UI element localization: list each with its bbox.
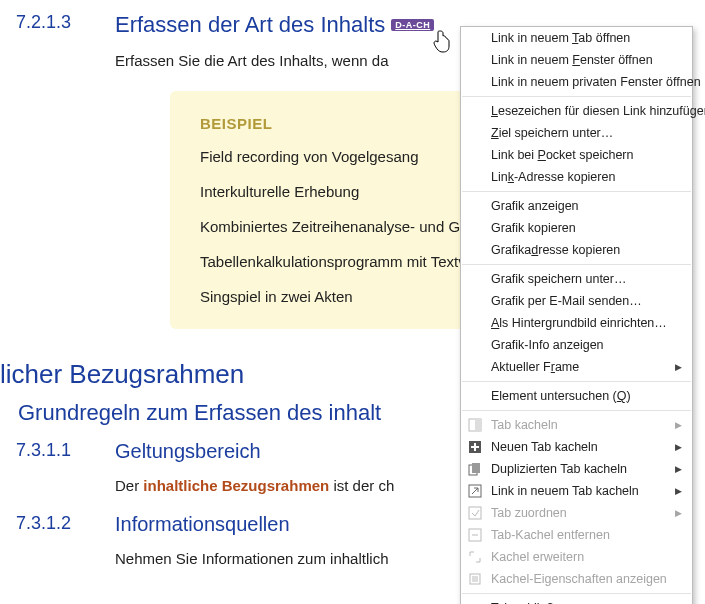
ctx-inspect-element[interactable]: Element untersuchen (Q) (461, 385, 692, 407)
remove-tile-icon (467, 527, 483, 543)
duplicate-tile-icon (467, 461, 483, 477)
ctx-open-new-window[interactable]: Link in neuem Fenster öffnen (461, 49, 692, 71)
ctx-close-tab[interactable]: Tab schließen (461, 597, 692, 604)
ctx-tile-expand: Kachel erweitern (461, 546, 692, 568)
plus-tile-icon (467, 439, 483, 455)
expand-tile-icon (467, 549, 483, 565)
section-title: Informationsquellen (115, 513, 290, 536)
tile-tab-icon (467, 417, 483, 433)
chevron-right-icon: ▶ (675, 464, 682, 474)
section-title: Erfassen der Art des Inhalts D-A-CH (115, 12, 434, 38)
ctx-separator (462, 593, 691, 594)
ctx-tile-new-tab[interactable]: Neuen Tab kacheln▶ (461, 436, 692, 458)
ctx-separator (462, 410, 691, 411)
ctx-copy-link-address[interactable]: Link-Adresse kopieren (461, 166, 692, 188)
ctx-tile-properties: Kachel-Eigenschaften anzeigen (461, 568, 692, 590)
link-tile-icon (467, 483, 483, 499)
ctx-save-pocket[interactable]: Link bei Pocket speichern (461, 144, 692, 166)
ctx-open-new-tab[interactable]: Link in neuem Tab öffnen (461, 27, 692, 49)
dach-badge-link[interactable]: D-A-CH (391, 19, 434, 31)
ctx-save-target[interactable]: Ziel speichern unter… (461, 122, 692, 144)
section-title: Geltungsbereich (115, 440, 261, 463)
ctx-tile-remove: Tab-Kachel entfernen (461, 524, 692, 546)
section-title-text: Erfassen der Art des Inhalts (115, 12, 385, 38)
ctx-copy-image[interactable]: Grafik kopieren (461, 217, 692, 239)
section-number: 7.3.1.2 (0, 513, 115, 534)
svg-rect-6 (469, 507, 481, 519)
ctx-tile-assign: Tab zuordnen▶ (461, 502, 692, 524)
ctx-image-info[interactable]: Grafik-Info anzeigen (461, 334, 692, 356)
ctx-separator (462, 96, 691, 97)
chevron-right-icon: ▶ (675, 420, 682, 430)
chevron-right-icon: ▶ (675, 508, 682, 518)
ctx-save-image[interactable]: Grafik speichern unter… (461, 268, 692, 290)
assign-tile-icon (467, 505, 483, 521)
ctx-open-private-window[interactable]: Link in neuem privaten Fenster öffnen (461, 71, 692, 93)
body-pre: Der (115, 477, 143, 494)
section-number: 7.2.1.3 (0, 12, 115, 33)
ctx-tile-tab: Tab kacheln▶ (461, 414, 692, 436)
chevron-right-icon: ▶ (675, 362, 682, 372)
chevron-right-icon: ▶ (675, 486, 682, 496)
svg-rect-4 (472, 463, 480, 473)
ctx-tile-link-tab[interactable]: Link in neuem Tab kacheln▶ (461, 480, 692, 502)
body-post: ist der ch (329, 477, 394, 494)
svg-rect-1 (475, 419, 481, 431)
ctx-show-image[interactable]: Grafik anzeigen (461, 195, 692, 217)
ctx-email-image[interactable]: Grafik per E-Mail senden… (461, 290, 692, 312)
ctx-tile-dup-tab[interactable]: Duplizierten Tab kacheln▶ (461, 458, 692, 480)
ctx-separator (462, 381, 691, 382)
context-menu: Link in neuem Tab öffnen Link in neuem F… (460, 26, 693, 604)
properties-tile-icon (467, 571, 483, 587)
ctx-current-frame[interactable]: Aktueller Frame▶ (461, 356, 692, 378)
ctx-separator (462, 191, 691, 192)
body-bold: inhaltliche Bezugsrahmen (143, 477, 329, 494)
ctx-bookmark-link[interactable]: Lesezeichen für diesen Link hinzufügen (461, 100, 692, 122)
ctx-separator (462, 264, 691, 265)
section-number: 7.3.1.1 (0, 440, 115, 461)
ctx-set-as-background[interactable]: Als Hintergrundbild einrichten… (461, 312, 692, 334)
ctx-copy-image-address[interactable]: Grafikadresse kopieren (461, 239, 692, 261)
chevron-right-icon: ▶ (675, 442, 682, 452)
